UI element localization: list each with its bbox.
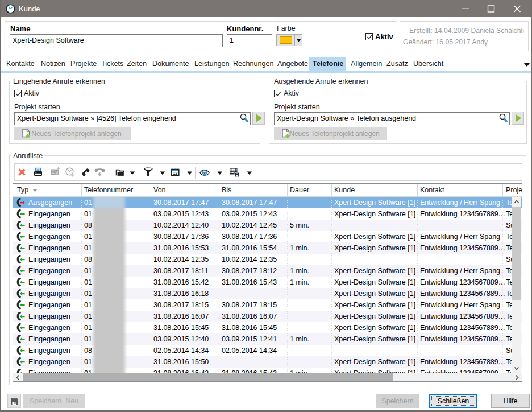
svg-text:12: 12 [173, 171, 177, 176]
